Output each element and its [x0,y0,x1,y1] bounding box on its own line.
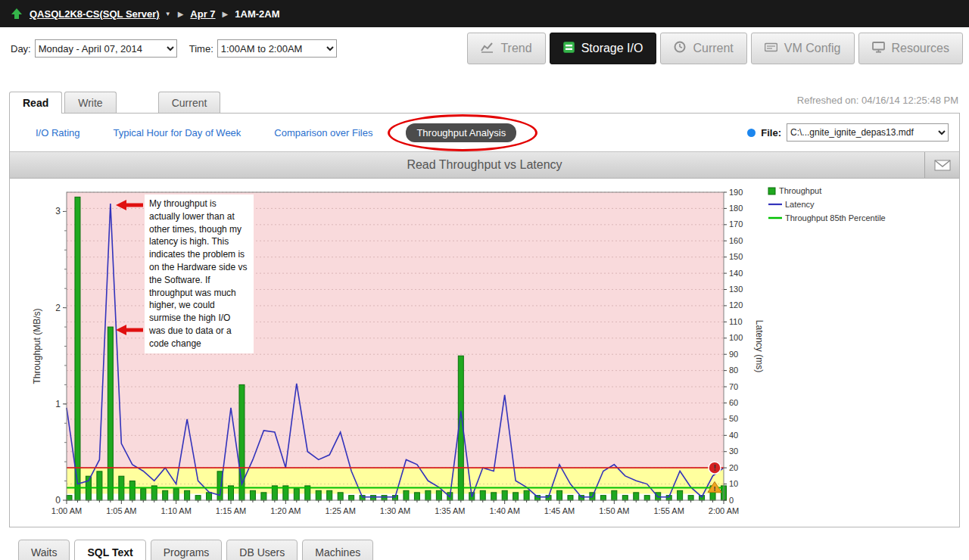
svg-text:Latency (ms): Latency (ms) [754,320,765,372]
svg-text:3: 3 [55,206,61,216]
svg-text:Throughput (MB/s): Throughput (MB/s) [32,308,42,384]
svg-text:1: 1 [55,399,61,409]
vm-config-icon [765,42,777,55]
svg-text:20: 20 [729,463,738,472]
subnav-link-throughput-analysis[interactable]: Throughput Analysis [406,123,516,142]
svg-text:1:15 AM: 1:15 AM [216,506,246,515]
svg-text:Throughput: Throughput [779,186,821,195]
breadcrumb-separator-icon: ▶ [178,10,184,18]
monitor-icon [872,42,885,56]
chart-title: Read Throughput vs Latency [407,158,562,172]
day-label: Day: [11,43,31,54]
svg-text:90: 90 [729,350,738,359]
svg-text:2: 2 [55,303,61,313]
svg-text:2:00 AM: 2:00 AM [709,506,739,515]
day-select[interactable]: Monday - April 07, 2014 [35,39,177,58]
file-status-dot-icon [747,129,756,137]
file-select[interactable]: C:\...gnite_ignite_depas13.mdf [787,123,949,142]
bottom-tab-programs[interactable]: Programs [151,540,223,560]
svg-text:1:05 AM: 1:05 AM [106,506,136,515]
svg-text:170: 170 [729,219,743,229]
time-select[interactable]: 1:00AM to 2:00AM [217,39,337,58]
svg-text:0: 0 [55,495,61,506]
server-link[interactable]: QASQL2K8-CS(SQL Server) [30,8,160,20]
svg-text:140: 140 [729,269,743,278]
svg-text:1:25 AM: 1:25 AM [325,506,355,515]
svg-text:1:30 AM: 1:30 AM [380,506,410,515]
subnav: I/O Rating Typical Hour for Day of Week … [10,114,959,151]
svg-text:1:20 AM: 1:20 AM [270,506,301,515]
up-arrow-icon[interactable] [11,8,23,20]
svg-text:1:10 AM: 1:10 AM [160,506,191,515]
svg-text:190: 190 [729,188,743,197]
svg-text:100: 100 [729,333,743,342]
main-panel: Read Write Current Refreshed on: 04/16/1… [9,91,960,527]
svg-text:1:50 AM: 1:50 AM [599,506,629,515]
nav-tab-label: Storage I/O [581,42,643,55]
nav-tab-label: Current [693,42,733,55]
breadcrumb-bar: QASQL2K8-CS(SQL Server) ▼ ▶ Apr 7 ▶ 1AM-… [0,0,969,27]
bottom-tab-machines[interactable]: Machines [302,540,373,560]
svg-text:80: 80 [729,366,738,375]
rw-tabstrip: Read Write Current Refreshed on: 04/16/1… [9,91,960,113]
svg-text:160: 160 [729,236,743,245]
svg-text:1:35 AM: 1:35 AM [435,506,465,515]
svg-text:!: ! [713,463,716,472]
svg-text:1:55 AM: 1:55 AM [653,506,684,515]
chart-annotation-note: My throughput is actually lower than at … [145,194,254,353]
trend-icon [481,42,494,56]
nav-tab-label: Resources [892,42,949,55]
chevron-down-icon[interactable]: ▼ [165,11,171,17]
svg-text:!: ! [714,485,716,493]
svg-text:0: 0 [729,496,734,505]
svg-text:70: 70 [729,382,738,391]
subnav-link-io-rating[interactable]: I/O Rating [36,127,80,138]
storage-icon [563,42,575,56]
bottom-tab-sql-text[interactable]: SQL Text [74,540,145,560]
envelope-icon [934,160,951,171]
tab-current[interactable]: Current [158,92,221,113]
nav-tab-current[interactable]: Current [660,33,746,64]
svg-text:60: 60 [729,398,738,407]
svg-text:50: 50 [729,414,738,423]
view-nav: Trend Storage I/O Current VM Config Reso… [467,33,963,64]
tab-write[interactable]: Write [64,92,116,113]
panel-body: I/O Rating Typical Hour for Day of Week … [9,113,960,527]
time-range-label: 1AM-2AM [235,8,279,20]
bottom-tab-db-users[interactable]: DB Users [226,540,298,560]
refreshed-timestamp: Refreshed on: 04/16/14 12:25:48 PM [797,95,958,106]
bottom-tab-waits[interactable]: Waits [18,540,70,560]
svg-text:150: 150 [729,252,743,261]
svg-text:120: 120 [729,300,743,310]
nav-tab-label: VM Config [784,42,841,55]
file-area: File: C:\...gnite_ignite_depas13.mdf [747,123,949,142]
svg-text:30: 30 [729,446,738,456]
svg-text:Latency: Latency [785,200,815,209]
file-label: File: [761,127,781,138]
bottom-tabstrip: Waits SQL Text Programs DB Users Machine… [18,540,373,560]
subnav-link-typical-hour[interactable]: Typical Hour for Day of Week [114,127,241,138]
svg-text:1:40 AM: 1:40 AM [489,506,519,515]
breadcrumb-separator-icon: ▶ [223,10,229,18]
nav-tab-resources[interactable]: Resources [858,33,963,64]
nav-tab-trend[interactable]: Trend [467,33,545,64]
subnav-link-comparison-files[interactable]: Comparison over Files [274,127,372,138]
svg-text:10: 10 [729,479,738,488]
nav-tab-label: Trend [500,42,531,55]
time-label: Time: [189,43,213,54]
date-link[interactable]: Apr 7 [190,8,215,20]
nav-tab-vm-config[interactable]: VM Config [751,33,855,64]
email-chart-button[interactable] [924,152,959,178]
svg-text:110: 110 [729,317,743,326]
svg-text:40: 40 [729,431,738,440]
clock-icon [674,41,686,56]
svg-text:130: 130 [729,285,743,294]
tab-read[interactable]: Read [9,92,62,114]
svg-text:Throughput 85th Percentile: Throughput 85th Percentile [785,213,886,222]
chart-area: 0123010203040506070809010011012013014015… [10,179,959,527]
subnav-active-wrap: Throughput Analysis [406,123,516,142]
day-field: Day: Monday - April 07, 2014 [11,39,177,58]
toolbar: Day: Monday - April 07, 2014 Time: 1:00A… [0,27,969,70]
svg-text:1:00 AM: 1:00 AM [51,506,82,515]
nav-tab-storage-io[interactable]: Storage I/O [550,33,657,64]
